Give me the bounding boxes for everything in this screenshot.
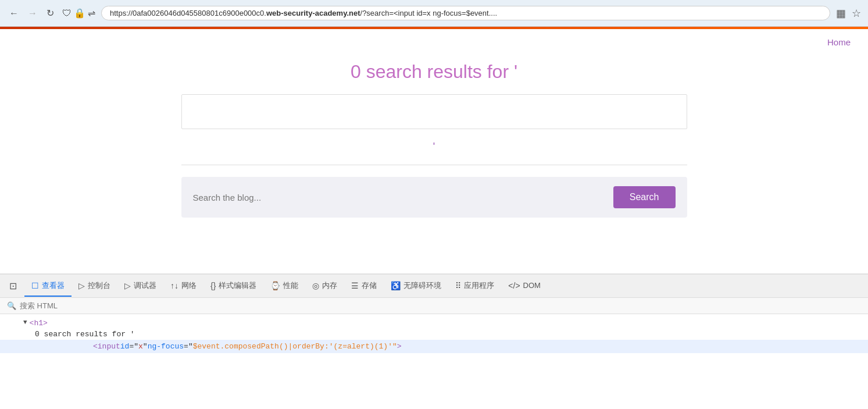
attr-ngfocus-value: $event.composedPath()|orderBy:'(z=alert)…: [193, 342, 397, 351]
browser-actions: ▦ ☆: [836, 7, 861, 20]
url-ellipsis: ...: [491, 9, 497, 17]
dom-icon: </>: [508, 281, 520, 290]
shield-icon: 🛡: [62, 8, 72, 19]
element-picker-button[interactable]: ⊡: [3, 277, 22, 296]
forward-button[interactable]: →: [26, 7, 40, 20]
tree-text-node: 0 search results for ': [0, 329, 868, 340]
devtools-toolbar: ⊡ ☐ 查看器 ▷ 控制台 ▷ 调试器 ↑↓ 网络 {} 样式编辑器 ⌚ 性能 …: [0, 275, 868, 298]
url-prefix: https://0afa0026046d045580801c6900e000c0…: [110, 9, 266, 17]
tree-input-line: <input id =" x " ng-focus =" $event.comp…: [0, 341, 868, 352]
tab-dom[interactable]: </> DOM: [501, 276, 548, 296]
qr-icon[interactable]: ▦: [836, 7, 846, 20]
reload-button[interactable]: ↻: [44, 6, 56, 20]
application-label: 应用程序: [464, 280, 494, 291]
back-button[interactable]: ←: [7, 7, 21, 20]
dom-label: DOM: [523, 281, 541, 290]
storage-label: 存储: [362, 280, 377, 291]
tree-input-node[interactable]: <input id =" x " ng-focus =" $event.comp…: [0, 340, 868, 353]
tab-debugger[interactable]: ▷ 调试器: [117, 276, 163, 297]
accessibility-label: 无障碍环境: [403, 280, 441, 291]
attr-id-name: id: [120, 342, 130, 351]
search-button[interactable]: Search: [613, 186, 676, 208]
style-editor-label: 样式编辑器: [219, 280, 256, 291]
tab-style-editor[interactable]: {} 样式编辑器: [203, 276, 263, 297]
lock-icon: 🔒: [74, 8, 85, 19]
attr-quote-close-1: ": [143, 342, 148, 351]
tab-console[interactable]: ▷ 控制台: [72, 276, 117, 297]
tab-storage[interactable]: ☰ 存储: [344, 276, 384, 297]
tab-application[interactable]: ⠿ 应用程序: [448, 276, 501, 297]
home-link[interactable]: Home: [827, 37, 851, 47]
nav-buttons: ← → ↻: [7, 6, 56, 20]
attr-equals-2: =": [184, 342, 193, 351]
html-search-input[interactable]: [20, 301, 861, 310]
devtools-body: 🔍 ▼ <h1> 0 search results for ' <input i…: [0, 298, 868, 372]
devtools-search-bar: 🔍: [0, 298, 868, 314]
bookmark-icon[interactable]: ☆: [852, 7, 861, 20]
inspector-icon: ☐: [31, 281, 39, 290]
debugger-icon: ▷: [124, 281, 131, 290]
h1-text-content: 0 search results for ': [35, 330, 135, 339]
performance-label: 性能: [283, 280, 298, 291]
performance-icon: ⌚: [270, 281, 280, 290]
inspector-label: 查看器: [42, 280, 65, 291]
attr-ngfocus-name: ng-focus: [148, 342, 184, 351]
memory-icon: ◎: [312, 281, 319, 290]
tree-h1-node: ▼ <h1>: [0, 318, 868, 329]
tab-inspector[interactable]: ☐ 查看器: [24, 276, 72, 297]
html-search-icon: 🔍: [7, 301, 16, 310]
url-domain: web-security-academy.net: [266, 9, 360, 17]
blog-search-input[interactable]: [193, 193, 608, 202]
tab-accessibility[interactable]: ♿ 无障碍环境: [384, 276, 448, 297]
url-suffix: /?search=<input id=x ng-focus=$event.: [360, 9, 491, 17]
accessibility-icon: ♿: [391, 281, 401, 290]
debugger-label: 调试器: [134, 280, 156, 291]
webpage: Home 0 search results for ' ' Search: [0, 29, 868, 273]
storage-icon: ☰: [351, 281, 359, 290]
h1-tag: <h1>: [30, 319, 48, 328]
attr-id-value: x: [138, 342, 143, 351]
memory-label: 内存: [322, 280, 337, 291]
devtools-panel: ⊡ ☐ 查看器 ▷ 控制台 ▷ 调试器 ↑↓ 网络 {} 样式编辑器 ⌚ 性能 …: [0, 273, 868, 372]
security-icons: 🛡 🔒 ⇌: [62, 8, 95, 19]
input-tag-open: <input: [93, 342, 120, 351]
url-text: https://0afa0026046d045580801c6900e000c0…: [110, 9, 821, 17]
console-icon: ▷: [78, 281, 85, 290]
tree-arrow: ▼: [23, 319, 27, 326]
blog-search-section: Search: [181, 177, 687, 218]
search-input-area: [181, 94, 687, 129]
network-label: 网络: [181, 280, 197, 291]
html-tree: ▼ <h1> 0 search results for ' <input id …: [0, 314, 868, 372]
tab-memory[interactable]: ◎ 内存: [305, 276, 344, 297]
tracking-icon: ⇌: [88, 8, 95, 19]
style-editor-icon: {}: [210, 281, 216, 290]
site-nav: Home: [0, 29, 868, 55]
page-content: 0 search results for ' ' Search: [0, 55, 868, 229]
divider: [181, 165, 687, 165]
search-results-title: 0 search results for ': [351, 61, 517, 83]
tab-performance[interactable]: ⌚ 性能: [263, 276, 305, 297]
application-icon: ⠿: [455, 281, 461, 290]
url-bar[interactable]: https://0afa0026046d045580801c6900e000c0…: [101, 6, 830, 20]
closing-quote: ': [433, 141, 435, 153]
browser-chrome: ← → ↻ 🛡 🔒 ⇌ https://0afa0026046d04558080…: [0, 0, 868, 27]
network-icon: ↑↓: [170, 281, 178, 290]
tab-network[interactable]: ↑↓ 网络: [163, 276, 203, 297]
console-label: 控制台: [88, 280, 110, 291]
input-tag-close: >: [397, 342, 402, 351]
attr-equals-1: =": [129, 342, 138, 351]
